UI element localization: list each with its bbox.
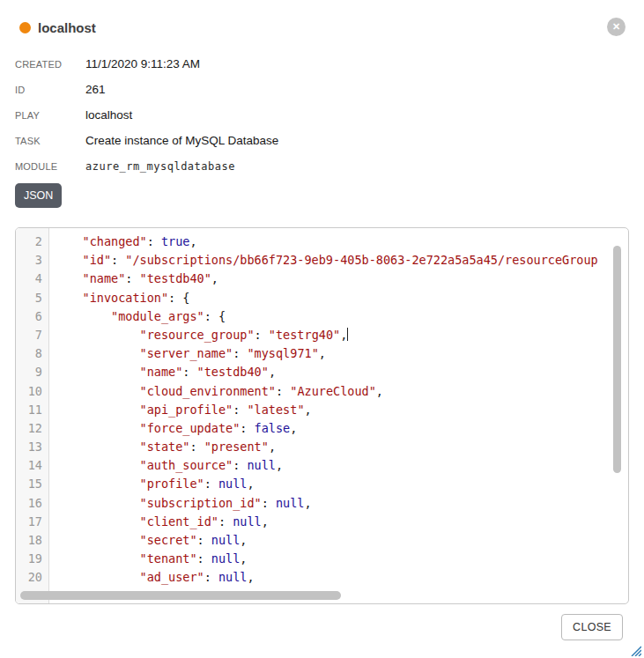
detail-row: PLAYlocalhost (15, 102, 644, 128)
code-line[interactable]: "server_name": "mysql971", (54, 344, 628, 363)
code-line[interactable]: "invocation": { (54, 289, 628, 307)
status-changed-dot (19, 22, 31, 33)
line-number: 3 (16, 251, 42, 270)
code-line[interactable]: "name": "testdb40", (54, 363, 628, 381)
line-number: 9 (16, 363, 42, 381)
code-line[interactable]: "ad_user": null, (54, 568, 628, 587)
code-line[interactable]: "profile": null, (54, 475, 628, 493)
json-tab-button[interactable]: JSON (15, 183, 62, 208)
detail-label: CREATED (15, 59, 85, 70)
code-line[interactable]: "subscription_id": null, (54, 494, 628, 513)
detail-row: TASKCreate instance of MySQL Database (15, 128, 644, 153)
line-number: 10 (16, 382, 42, 401)
detail-value: 11/1/2020 9:11:23 AM (85, 57, 200, 70)
host-event-modal: localhost ✕ CREATED11/1/2020 9:11:23 AMI… (0, 0, 644, 658)
close-icon[interactable]: ✕ (607, 18, 625, 36)
code-line[interactable]: "secret": null, (54, 531, 628, 550)
resize-grip-icon[interactable] (629, 644, 641, 656)
line-number: 11 (16, 401, 42, 419)
text-cursor (347, 328, 348, 341)
line-number: 8 (16, 344, 42, 363)
close-button[interactable]: CLOSE (561, 614, 623, 640)
line-number: 4 (16, 270, 42, 288)
line-number: 20 (16, 568, 42, 587)
line-number: 2 (16, 233, 42, 251)
detail-label: MODULE (15, 161, 85, 172)
code-line[interactable]: "id": "/subscriptions/bb66f723-9eb9-405b… (54, 251, 628, 270)
code-line[interactable]: "module_args": { (54, 307, 628, 326)
horizontal-scrollbar[interactable] (20, 591, 341, 600)
code-line[interactable]: "force_update": false, (54, 419, 628, 438)
line-number: 17 (16, 513, 42, 531)
code-line[interactable]: "tenant": null, (54, 550, 628, 568)
line-number: 15 (16, 475, 42, 493)
detail-row: ID261 (15, 77, 644, 102)
detail-value: azure_rm_mysqldatabase (85, 160, 235, 173)
line-number: 12 (16, 419, 42, 438)
code-line[interactable]: "changed": true, (54, 233, 628, 251)
details-list: CREATED11/1/2020 9:11:23 AMID261PLAYloca… (15, 51, 644, 179)
line-number: 18 (16, 531, 42, 550)
vertical-scrollbar[interactable] (613, 246, 621, 473)
line-number: 6 (16, 307, 42, 326)
line-number: 7 (16, 326, 42, 344)
code-line[interactable]: "state": "present", (54, 438, 628, 456)
modal-header: localhost ✕ (0, 0, 644, 37)
code-line[interactable]: "api_profile": "latest", (54, 401, 628, 419)
line-number: 16 (16, 494, 42, 513)
code-content[interactable]: "changed": true, "id": "/subscriptions/b… (49, 228, 628, 603)
line-number: 19 (16, 550, 42, 568)
line-number-gutter: 234567891011121314151617181920 (16, 228, 49, 603)
detail-label: TASK (15, 136, 85, 146)
code-line[interactable]: "cloud_environment": "AzureCloud", (54, 382, 628, 401)
detail-label: PLAY (15, 110, 85, 121)
detail-row: CREATED11/1/2020 9:11:23 AM (15, 51, 644, 77)
detail-value: 261 (85, 83, 106, 96)
json-code-editor[interactable]: 234567891011121314151617181920 "changed"… (15, 227, 629, 604)
line-number: 14 (16, 456, 42, 475)
detail-value: Create instance of MySQL Database (85, 134, 278, 147)
line-number: 5 (16, 289, 42, 307)
code-line[interactable]: "name": "testdb40", (54, 270, 628, 288)
modal-footer: CLOSE (0, 604, 644, 640)
host-title: localhost (38, 20, 96, 35)
code-line[interactable]: "client_id": null, (54, 513, 628, 531)
detail-value: localhost (85, 108, 132, 122)
line-number: 13 (16, 438, 42, 456)
detail-label: ID (15, 85, 85, 95)
code-line[interactable]: "auth_source": null, (54, 456, 628, 475)
detail-row: MODULEazure_rm_mysqldatabase (15, 153, 644, 179)
code-line[interactable]: "resource_group": "testrg40", (54, 326, 628, 344)
